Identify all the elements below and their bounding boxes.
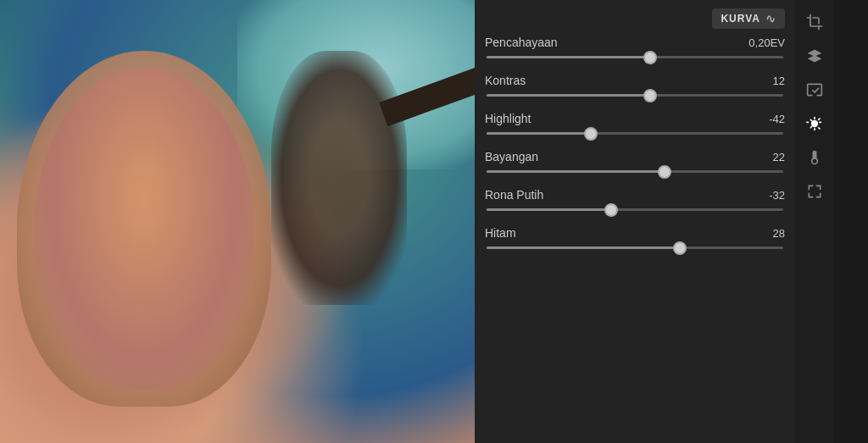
slider-group-bayangan: Bayangan 22 xyxy=(485,150,785,173)
slider-track-pencahayaan[interactable] xyxy=(487,56,783,58)
slider-track-highlight[interactable] xyxy=(487,132,783,135)
edit-panel: KURVA ∿ Pencahayaan 0,20EV Kontras 12 Hi… xyxy=(475,0,834,443)
slider-header-rona-putih: Rona Putih -32 xyxy=(485,188,785,202)
slider-thumb-bayangan[interactable] xyxy=(658,165,671,179)
frame-icon[interactable] xyxy=(799,176,830,207)
slider-track-bayangan[interactable] xyxy=(487,170,783,173)
slider-thumb-pencahayaan[interactable] xyxy=(643,51,657,64)
slider-group-kontras: Kontras 12 xyxy=(485,74,785,97)
slider-label-kontras: Kontras xyxy=(485,74,526,87)
image-edit-icon[interactable] xyxy=(799,75,830,105)
slider-track-kontras[interactable] xyxy=(487,94,783,97)
slider-fill-rona-putih xyxy=(487,208,611,211)
slider-thumb-hitam[interactable] xyxy=(673,241,687,255)
kurva-label: KURVA xyxy=(721,13,760,25)
controls-area: KURVA ∿ Pencahayaan 0,20EV Kontras 12 Hi… xyxy=(475,0,795,443)
slider-header-hitam: Hitam 28 xyxy=(485,226,785,240)
slider-fill-kontras xyxy=(487,94,650,97)
slider-header-highlight: Highlight -42 xyxy=(485,112,785,125)
layers-icon[interactable] xyxy=(799,41,830,71)
slider-value-highlight: -42 xyxy=(769,113,785,125)
temperature-icon[interactable] xyxy=(799,142,830,173)
photo-tree-layer xyxy=(271,51,407,305)
slider-group-hitam: Hitam 28 xyxy=(485,226,785,249)
slider-value-bayangan: 22 xyxy=(773,151,785,163)
slider-group-rona-putih: Rona Putih -32 xyxy=(485,188,785,211)
slider-thumb-kontras[interactable] xyxy=(643,89,657,102)
photo-area xyxy=(0,0,475,443)
slider-header-bayangan: Bayangan 22 xyxy=(485,150,785,163)
slider-thumb-rona-putih[interactable] xyxy=(604,203,618,217)
slider-value-rona-putih: -32 xyxy=(769,189,785,202)
slider-value-pencahayaan: 0,20EV xyxy=(748,36,785,49)
slider-header-pencahayaan: Pencahayaan 0,20EV xyxy=(485,36,785,49)
photo-face-layer xyxy=(34,68,254,390)
light-icon[interactable] xyxy=(799,108,830,139)
slider-group-pencahayaan: Pencahayaan 0,20EV xyxy=(485,36,785,58)
slider-header-kontras: Kontras 12 xyxy=(485,74,785,87)
crop-icon[interactable] xyxy=(799,7,830,37)
sidebar-icons xyxy=(795,0,834,443)
slider-label-pencahayaan: Pencahayaan xyxy=(485,36,558,49)
slider-track-rona-putih[interactable] xyxy=(487,208,783,211)
kurva-bar: KURVA ∿ xyxy=(485,0,785,36)
slider-label-bayangan: Bayangan xyxy=(485,150,538,163)
slider-track-hitam[interactable] xyxy=(487,246,783,249)
slider-fill-highlight xyxy=(487,132,591,135)
slider-thumb-highlight[interactable] xyxy=(584,127,598,141)
kurva-button[interactable]: KURVA ∿ xyxy=(712,8,785,29)
slider-value-hitam: 28 xyxy=(773,227,785,240)
slider-fill-hitam xyxy=(487,246,680,249)
slider-label-rona-putih: Rona Putih xyxy=(485,188,543,202)
sliders-container: Pencahayaan 0,20EV Kontras 12 Highlight … xyxy=(485,36,785,249)
slider-fill-pencahayaan xyxy=(487,56,650,58)
slider-fill-bayangan xyxy=(487,170,665,173)
slider-label-highlight: Highlight xyxy=(485,112,531,125)
slider-label-hitam: Hitam xyxy=(485,226,516,240)
kurva-icon: ∿ xyxy=(765,12,776,25)
slider-value-kontras: 12 xyxy=(773,75,785,87)
slider-group-highlight: Highlight -42 xyxy=(485,112,785,135)
